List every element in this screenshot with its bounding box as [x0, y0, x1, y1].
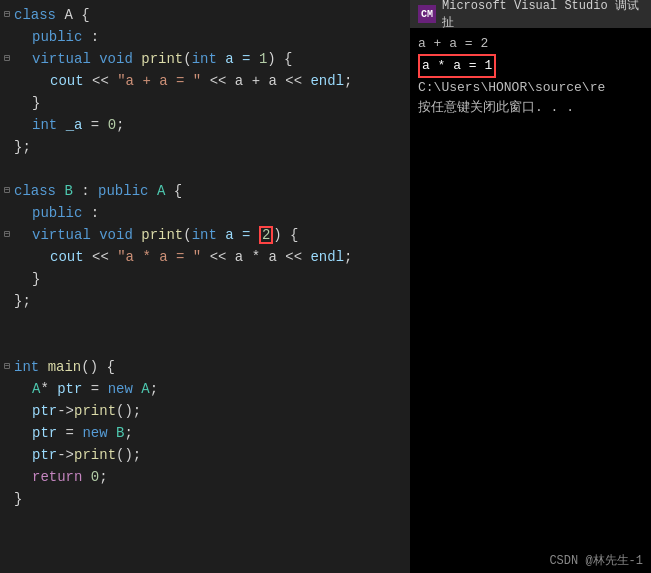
- code-line: [0, 312, 410, 334]
- token: ) {: [273, 227, 298, 243]
- token: endl: [310, 249, 344, 265]
- token: ;: [344, 249, 352, 265]
- token: print: [74, 447, 116, 463]
- token: [57, 117, 65, 133]
- code-line: public :: [0, 202, 410, 224]
- token: ptr: [32, 403, 57, 419]
- line-content: ptr->print();: [14, 400, 141, 422]
- token: new: [108, 381, 133, 397]
- token: class: [14, 7, 56, 23]
- token: B: [64, 183, 72, 199]
- line-content: class A {: [14, 4, 90, 26]
- terminal-body: a + a = 2a * a = 1C:\Users\HONOR\source\…: [410, 28, 651, 548]
- token: print: [141, 227, 183, 243]
- token: [82, 469, 90, 485]
- terminal-title: Microsoft Visual Studio 调试扯: [442, 0, 643, 31]
- token: }: [32, 271, 40, 287]
- line-content: int main() {: [14, 356, 115, 378]
- token: *: [40, 381, 57, 397]
- token: print: [74, 403, 116, 419]
- token: virtual: [32, 227, 91, 243]
- token: (: [183, 227, 191, 243]
- line-content: }: [14, 268, 40, 290]
- token: :: [82, 205, 99, 221]
- code-line: ⊟int main() {: [0, 356, 410, 378]
- line-content: };: [14, 136, 31, 158]
- line-content: virtual void print(int a = 1) {: [14, 48, 293, 70]
- token: () {: [81, 359, 115, 375]
- terminal-line: 按任意键关闭此窗口. . .: [418, 98, 643, 118]
- code-line: ⊟virtual void print(int a = 1) {: [0, 48, 410, 70]
- token: }: [14, 491, 22, 507]
- token: int: [192, 51, 217, 67]
- token: virtual: [32, 51, 91, 67]
- terminal-footer: CSDN @林先生-1: [410, 548, 651, 573]
- token: a =: [217, 51, 259, 67]
- token: int: [14, 359, 39, 375]
- code-line: cout << "a + a = " << a + a << endl;: [0, 70, 410, 92]
- line-content: }: [14, 92, 40, 114]
- token: cout: [50, 249, 84, 265]
- code-line: ptr->print();: [0, 444, 410, 466]
- token: main: [48, 359, 82, 375]
- terminal-line: a + a = 2: [418, 34, 643, 54]
- code-line: return 0;: [0, 466, 410, 488]
- code-lines: ⊟class A {public :⊟virtual void print(in…: [0, 0, 410, 514]
- code-line: ptr->print();: [0, 400, 410, 422]
- token: endl: [310, 73, 344, 89]
- code-line: A* ptr = new A;: [0, 378, 410, 400]
- code-line: ⊟class A {: [0, 4, 410, 26]
- code-line: public :: [0, 26, 410, 48]
- line-content: return 0;: [14, 466, 108, 488]
- token: public: [32, 29, 82, 45]
- line-content: class B : public A {: [14, 180, 182, 202]
- token: public: [98, 183, 148, 199]
- line-content: public :: [14, 26, 99, 48]
- token: [148, 183, 156, 199]
- token: ->: [57, 403, 74, 419]
- token: 0: [108, 117, 116, 133]
- token: ptr: [57, 381, 82, 397]
- token: ) {: [267, 51, 292, 67]
- token: 2: [259, 227, 273, 243]
- token: [108, 425, 116, 441]
- line-content: virtual void print(int a = 2) {: [14, 224, 299, 246]
- token: ;: [124, 425, 132, 441]
- terminal-panel: CM Microsoft Visual Studio 调试扯 a + a = 2…: [410, 0, 651, 573]
- token: 0: [91, 469, 99, 485]
- code-line: [0, 334, 410, 356]
- code-line: cout << "a * a = " << a * a << endl;: [0, 246, 410, 268]
- fold-icon: ⊟: [0, 224, 14, 246]
- terminal-highlight: a * a = 1: [418, 54, 496, 78]
- code-line: ⊟virtual void print(int a = 2) {: [0, 224, 410, 246]
- token: <<: [84, 73, 118, 89]
- token: }: [32, 95, 40, 111]
- token: << a * a <<: [201, 249, 310, 265]
- token: print: [141, 51, 183, 67]
- token: a =: [217, 227, 259, 243]
- line-content: ptr = new B;: [14, 422, 133, 444]
- fold-icon: ⊟: [0, 180, 14, 202]
- token: ;: [116, 117, 124, 133]
- line-content: };: [14, 290, 31, 312]
- token: ();: [116, 403, 141, 419]
- token: int: [32, 117, 57, 133]
- token: A: [141, 381, 149, 397]
- token: ptr: [32, 425, 57, 441]
- code-line: }: [0, 268, 410, 290]
- token: class: [14, 183, 56, 199]
- token: =: [57, 425, 82, 441]
- token: "a + a = ": [117, 73, 201, 89]
- token: cout: [50, 73, 84, 89]
- token: =: [82, 117, 107, 133]
- token: ();: [116, 447, 141, 463]
- token: ;: [99, 469, 107, 485]
- token: << a + a <<: [201, 73, 310, 89]
- code-line: int _a = 0;: [0, 114, 410, 136]
- fold-icon: ⊟: [0, 48, 14, 70]
- token: _a: [66, 117, 83, 133]
- code-line: ptr = new B;: [0, 422, 410, 444]
- line-content: ptr->print();: [14, 444, 141, 466]
- token: ;: [150, 381, 158, 397]
- token: <<: [84, 249, 118, 265]
